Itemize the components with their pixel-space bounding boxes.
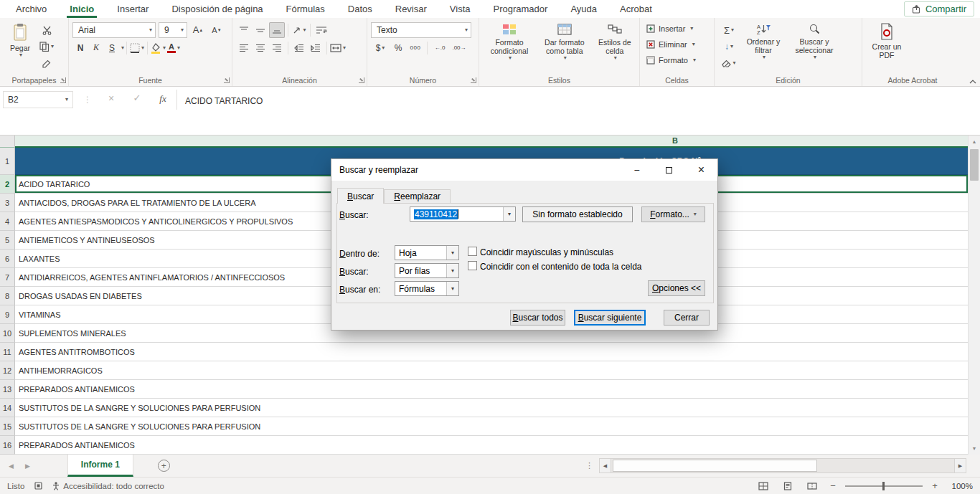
dialog-title-bar[interactable]: Buscar y reemplazar − ×: [331, 159, 717, 181]
row-header[interactable]: 16: [0, 436, 15, 455]
delete-cells-button[interactable]: Eliminar ▾: [644, 37, 711, 52]
row-header[interactable]: 10: [0, 324, 15, 343]
decrease-font-size-button[interactable]: A▼: [209, 22, 225, 38]
grid-cell[interactable]: SUSTITUTOS DE LA SANGRE Y SOLUCIONES PAR…: [15, 417, 968, 436]
increase-font-size-button[interactable]: A▲: [190, 22, 206, 38]
formula-input[interactable]: ACIDO TARTARICO: [185, 96, 263, 106]
cancel-icon[interactable]: ×: [102, 92, 121, 104]
scroll-up-icon[interactable]: ▲: [969, 136, 980, 148]
number-dialog-launcher-icon[interactable]: [471, 77, 476, 83]
align-center-button[interactable]: [253, 40, 268, 56]
match-entire-cell-checkbox[interactable]: [468, 261, 477, 270]
find-next-button[interactable]: Buscar siguiente: [574, 310, 646, 326]
horizontal-scrollbar-thumb[interactable]: [613, 460, 817, 472]
row-header[interactable]: 9: [0, 305, 15, 324]
ribbon-tab[interactable]: Datos: [336, 0, 384, 18]
options-button[interactable]: Opciones <<: [648, 280, 705, 296]
align-left-button[interactable]: [236, 40, 252, 56]
combo-arrow-icon[interactable]: ▾: [446, 246, 458, 260]
row-header[interactable]: 1: [0, 148, 15, 175]
zoom-out-button[interactable]: −: [828, 480, 838, 491]
vertical-scrollbar[interactable]: ▲ ▼: [968, 136, 980, 455]
new-sheet-button[interactable]: +: [158, 460, 170, 472]
row-header[interactable]: 7: [0, 268, 15, 287]
number-format-select[interactable]: Texto▾: [371, 22, 471, 38]
decrease-decimal-button[interactable]: .00→: [450, 40, 468, 56]
page-break-view-button[interactable]: [804, 479, 821, 493]
zoom-slider[interactable]: [845, 485, 923, 487]
cell-styles-button[interactable]: Estilos de celda ▾: [593, 21, 636, 74]
ribbon-tab[interactable]: Insertar: [105, 0, 160, 18]
comma-format-button[interactable]: 000: [407, 40, 424, 56]
next-sheet-icon[interactable]: ▶: [25, 462, 30, 470]
ribbon-tab[interactable]: Archivo: [4, 0, 58, 18]
ribbon-tab[interactable]: Disposición de página: [160, 0, 274, 18]
grid-cell[interactable]: AGENTES ANTITROMBOTICOS: [15, 343, 968, 361]
horizontal-scrollbar-track[interactable]: [611, 458, 954, 473]
align-bottom-button[interactable]: [269, 22, 285, 38]
maximize-icon[interactable]: [653, 159, 685, 181]
drag-handle-icon[interactable]: ⋮: [83, 95, 92, 105]
combo-arrow-icon[interactable]: ▾: [446, 282, 458, 295]
cut-button[interactable]: [39, 22, 55, 38]
wrap-text-button[interactable]: [314, 22, 329, 38]
decrease-indent-button[interactable]: [291, 40, 307, 56]
ribbon-tab[interactable]: Inicio: [58, 0, 105, 18]
row-header[interactable]: 2: [0, 175, 15, 194]
close-icon[interactable]: ×: [685, 159, 717, 181]
previous-sheet-icon[interactable]: ◀: [9, 462, 14, 470]
row-header[interactable]: 6: [0, 250, 15, 268]
enter-check-icon[interactable]: ✓: [128, 92, 146, 103]
scroll-down-icon[interactable]: ▼: [969, 442, 980, 455]
paste-button[interactable]: Pegar ▾: [4, 21, 37, 71]
zoom-in-button[interactable]: +: [930, 480, 940, 491]
increase-indent-button[interactable]: [308, 40, 324, 56]
font-size-select[interactable]: 9▾: [159, 22, 187, 38]
grid-cell[interactable]: ANTIHEMORRAGICOS: [15, 361, 968, 380]
collapse-ribbon-icon[interactable]: [969, 80, 976, 84]
splitter-handle-icon[interactable]: ⋮: [585, 461, 593, 470]
ribbon-tab[interactable]: Vista: [438, 0, 482, 18]
fill-color-button[interactable]: ▾: [150, 40, 166, 56]
insert-function-icon[interactable]: fx: [154, 93, 172, 105]
ribbon-tab[interactable]: Ayuda: [559, 0, 608, 18]
alignment-dialog-launcher-icon[interactable]: [359, 77, 364, 83]
row-header[interactable]: 13: [0, 380, 15, 399]
row-header[interactable]: 4: [0, 212, 15, 231]
match-entire-cell-label[interactable]: Coincidir con el contenido de toda la ce…: [480, 262, 641, 272]
find-what-input[interactable]: 439110412 ▾: [410, 206, 516, 222]
within-select[interactable]: Hoja ▾: [395, 245, 459, 260]
font-family-select[interactable]: Arial▾: [72, 22, 156, 38]
font-color-button[interactable]: A▾: [166, 40, 182, 56]
share-button[interactable]: Compartir: [904, 1, 974, 16]
row-header[interactable]: 12: [0, 361, 15, 380]
orientation-button[interactable]: ▾: [291, 22, 307, 38]
find-select-button[interactable]: Buscar y seleccionar ▾: [787, 21, 842, 74]
combo-arrow-icon[interactable]: ▾: [446, 264, 458, 277]
column-header-B[interactable]: B: [15, 136, 968, 148]
row-header[interactable]: 8: [0, 287, 15, 305]
match-case-checkbox[interactable]: [468, 247, 477, 256]
scroll-left-icon[interactable]: ◀: [599, 458, 611, 473]
ribbon-tab[interactable]: Programador: [482, 0, 560, 18]
grid-cell[interactable]: PREPARADOS ANTIANEMICOS: [15, 380, 968, 399]
conditional-formatting-button[interactable]: Formato condicional ▾: [483, 21, 536, 74]
format-button[interactable]: Formato... ▾: [641, 206, 705, 222]
autosum-button[interactable]: Σ▾: [718, 22, 740, 38]
direction-select[interactable]: Por filas ▾: [395, 263, 459, 278]
macro-record-icon[interactable]: [34, 482, 42, 490]
row-header[interactable]: 11: [0, 343, 15, 361]
percent-format-button[interactable]: %: [390, 40, 406, 56]
row-header[interactable]: 5: [0, 231, 15, 250]
format-painter-button[interactable]: [39, 55, 55, 71]
select-all-corner[interactable]: [0, 136, 15, 148]
normal-view-button[interactable]: [755, 479, 772, 493]
sort-filter-button[interactable]: AZ Ordenar y filtrar ▾: [740, 21, 787, 74]
bold-button[interactable]: N: [72, 40, 88, 56]
close-button[interactable]: Cerrar: [664, 310, 710, 326]
match-case-label[interactable]: Coincidir mayúsculas y minúsculas: [480, 247, 613, 257]
clipboard-dialog-launcher-icon[interactable]: [60, 77, 66, 83]
clear-button[interactable]: ▾: [718, 55, 740, 71]
row-header[interactable]: 3: [0, 194, 15, 212]
tab-reemplazar[interactable]: Reemplazar: [384, 189, 451, 203]
